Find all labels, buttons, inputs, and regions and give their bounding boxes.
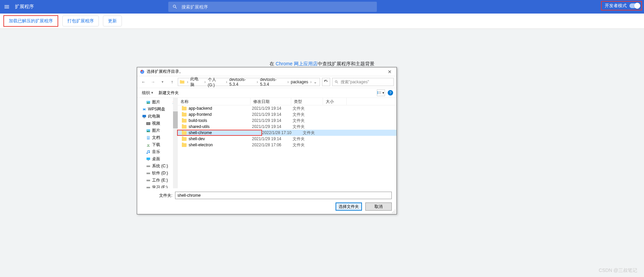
list-view-icon xyxy=(377,91,381,94)
dialog-footer: 文件夹: 选择文件夹 取消 xyxy=(137,188,396,214)
tree-item[interactable]: 文档 xyxy=(137,134,177,141)
file-date: 2021/1/29 19:14 xyxy=(252,112,293,117)
up-button[interactable]: ↑ xyxy=(168,78,176,86)
drive-icon xyxy=(146,178,151,183)
drive-icon xyxy=(146,185,151,189)
folder-icon xyxy=(182,107,187,110)
recent-dropdown-icon[interactable]: ▼ xyxy=(159,78,166,86)
wps-icon xyxy=(142,107,147,112)
folder-icon xyxy=(182,125,187,129)
folder-picker-dialog: 选择扩展程序目录。 ✕ ← → ▼ ↑ › 此电脑› 个人 (G:)› devt… xyxy=(137,67,397,214)
file-name: shell-electron xyxy=(189,143,252,147)
breadcrumb-item[interactable]: 个人 (G:) xyxy=(207,77,226,87)
col-type[interactable]: 类型 xyxy=(291,98,323,105)
tree-item[interactable]: 下载 xyxy=(137,141,177,148)
close-icon[interactable]: ✕ xyxy=(386,68,394,76)
dev-mode-toggle[interactable] xyxy=(629,3,640,8)
file-type: 文件夹 xyxy=(293,106,324,111)
file-type: 文件夹 xyxy=(293,142,324,148)
svg-rect-13 xyxy=(143,115,146,117)
webstore-link[interactable]: Chrome 网上应用店 xyxy=(276,61,318,66)
tree-label: 桌面 xyxy=(152,156,160,162)
update-button[interactable]: 更新 xyxy=(103,16,122,26)
file-list-area: 名称 修改日期 类型 大小 app-backend2021/1/29 19:14… xyxy=(178,98,396,188)
select-folder-button[interactable]: 选择文件夹 xyxy=(336,203,362,211)
tree-item[interactable]: WPS网盘 xyxy=(137,106,177,113)
tree-label: 图片 xyxy=(152,128,160,133)
breadcrumb-item[interactable]: packages xyxy=(289,80,309,84)
search-box[interactable] xyxy=(168,2,377,12)
folder-name-input[interactable] xyxy=(175,192,392,199)
col-date[interactable]: 修改日期 xyxy=(251,98,291,105)
tree-item[interactable]: 图片📌 xyxy=(137,99,177,106)
folder-icon xyxy=(182,113,187,116)
tree-scrollbar[interactable] xyxy=(173,98,178,188)
dialog-titlebar: 选择扩展程序目录。 ✕ xyxy=(137,67,396,76)
svg-point-30 xyxy=(149,173,150,173)
folder-icon xyxy=(182,143,187,147)
file-row[interactable]: shared-utils2021/1/29 19:14文件夹 xyxy=(178,124,396,130)
file-row[interactable]: build-tools2021/1/29 19:14文件夹 xyxy=(178,118,396,124)
tree-item[interactable]: 软件 (D:) xyxy=(137,170,177,177)
tree-item[interactable]: 图片 xyxy=(137,127,177,134)
dev-mode-label: 开发者模式 xyxy=(605,3,627,9)
file-name: shared-utils xyxy=(189,124,252,129)
file-row[interactable]: shell-chrome2022/1/28 17:10文件夹 xyxy=(178,130,396,136)
organize-menu[interactable]: 组织 ▼ xyxy=(141,89,155,97)
file-row[interactable]: shell-dev2021/1/29 19:14文件夹 xyxy=(178,136,396,142)
tree-item[interactable]: 视频 xyxy=(137,120,177,127)
pc-icon xyxy=(142,114,147,119)
help-icon[interactable]: ? xyxy=(388,90,393,95)
col-name[interactable]: 名称 xyxy=(178,98,251,105)
file-row[interactable]: app-backend2021/1/29 19:14文件夹 xyxy=(178,105,396,111)
svg-point-37 xyxy=(395,212,395,213)
tree-item[interactable]: 工作 (E:) xyxy=(137,177,177,184)
tree-item[interactable]: 音乐 xyxy=(137,148,177,155)
forward-button[interactable]: → xyxy=(149,78,157,86)
breadcrumb-item[interactable]: 此电脑 xyxy=(189,76,204,88)
tree-item[interactable]: 此电脑 xyxy=(137,113,177,120)
hamburger-icon[interactable] xyxy=(0,0,14,14)
svg-rect-4 xyxy=(180,80,181,81)
svg-rect-23 xyxy=(147,138,149,138)
pic-icon xyxy=(146,128,151,133)
back-button[interactable]: ← xyxy=(140,78,147,86)
cancel-button[interactable]: 取消 xyxy=(365,203,392,211)
tree-item[interactable]: 学习 (F:) xyxy=(137,184,177,188)
svg-rect-6 xyxy=(379,91,381,92)
file-row[interactable]: shell-electron2022/1/28 17:06文件夹 xyxy=(178,142,396,148)
dialog-toolbar: 组织 ▼ 新建文件夹 ▼ ? xyxy=(137,88,396,98)
file-name: shell-dev xyxy=(189,136,252,141)
folder-icon xyxy=(179,79,185,85)
tree-label: 文档 xyxy=(152,135,160,141)
file-name: build-tools xyxy=(189,118,252,123)
dialog-search[interactable]: 搜索"packages" xyxy=(332,78,394,86)
view-mode-button[interactable]: ▼ xyxy=(377,89,385,96)
breadcrumb-item[interactable]: devtools-5.3.4 xyxy=(228,77,256,87)
file-columns-header[interactable]: 名称 修改日期 类型 大小 xyxy=(178,98,396,105)
col-size[interactable]: 大小 xyxy=(323,98,347,105)
chevron-down-icon[interactable]: ⌄ xyxy=(312,80,318,84)
folder-tree[interactable]: 图片📌WPS网盘此电脑视频图片文档下载音乐桌面系统 (C:)软件 (D:)工作 … xyxy=(137,98,178,188)
refresh-button[interactable] xyxy=(322,78,330,86)
breadcrumb-item[interactable]: devtools-5.3.4 xyxy=(259,77,287,87)
breadcrumb[interactable]: › 此电脑› 个人 (G:)› devtools-5.3.4› devtools… xyxy=(178,78,320,86)
page-title: 扩展程序 xyxy=(15,4,34,10)
svg-rect-25 xyxy=(147,157,150,160)
file-date: 2021/1/29 19:14 xyxy=(252,106,293,111)
svg-rect-17 xyxy=(147,123,150,125)
video-icon xyxy=(146,121,151,126)
svg-rect-8 xyxy=(379,92,381,93)
tree-item[interactable]: 桌面 xyxy=(137,155,177,163)
svg-rect-14 xyxy=(144,117,145,118)
svg-point-40 xyxy=(392,212,393,213)
tree-item[interactable]: 系统 (C:) xyxy=(137,163,177,170)
search-input[interactable] xyxy=(181,4,373,9)
file-row[interactable]: app-frontend2021/1/29 19:14文件夹 xyxy=(178,111,396,118)
new-folder-button[interactable]: 新建文件夹 xyxy=(157,89,180,97)
load-unpacked-button[interactable]: 加载已解压的扩展程序 xyxy=(3,15,58,27)
pack-extension-button[interactable]: 打包扩展程序 xyxy=(62,16,99,26)
svg-rect-21 xyxy=(147,136,149,137)
resize-grip-icon[interactable] xyxy=(392,209,396,213)
webstore-hint: 在 Chrome 网上应用店中查找扩展程序和主题背景 xyxy=(0,61,644,67)
